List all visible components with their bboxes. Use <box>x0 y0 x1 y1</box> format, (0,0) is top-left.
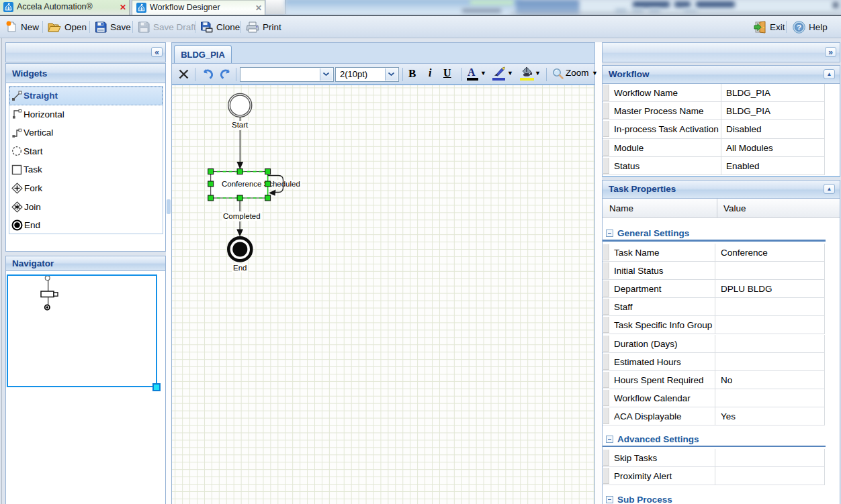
svg-text:?: ? <box>797 23 801 31</box>
